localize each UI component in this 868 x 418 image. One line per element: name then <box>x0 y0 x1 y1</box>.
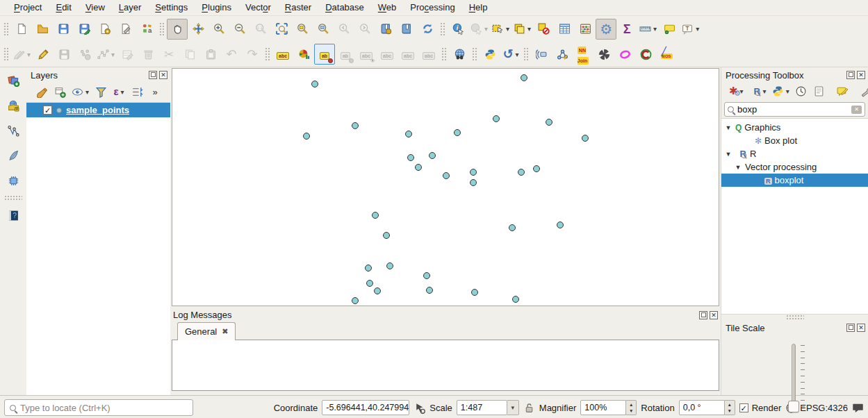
pan-map-button[interactable] <box>167 19 188 40</box>
magnifier-spin-buttons[interactable]: ▲▼ <box>626 400 637 415</box>
new-geopackage-layer-button[interactable] <box>3 145 24 166</box>
dropdown-arrow-icon[interactable]: ▾ <box>516 51 519 58</box>
dropdown-arrow-icon[interactable]: ▾ <box>85 88 89 96</box>
render-checkbox-box[interactable]: ✓ <box>739 403 748 412</box>
statistical-summary-button[interactable] <box>575 19 596 40</box>
menu-layer[interactable]: Layer <box>112 0 149 16</box>
open-layer-styling-button[interactable] <box>33 83 50 100</box>
tile-scale-slider-track[interactable] <box>792 344 796 408</box>
menu-settings[interactable]: Settings <box>148 0 195 16</box>
tree-item-boxplot[interactable]: Rboxplot <box>721 174 868 187</box>
zoom-full-button[interactable] <box>271 19 292 40</box>
text-annotation-button[interactable]: T▾ <box>680 19 701 40</box>
pin-labels-button[interactable]: ab <box>314 44 335 65</box>
log-messages-button[interactable] <box>852 402 864 414</box>
layer-diagram-options-button[interactable] <box>293 44 314 65</box>
filter-legend-button[interactable] <box>92 83 109 100</box>
menu-help[interactable]: Help <box>462 0 495 16</box>
zoom-out-button[interactable] <box>229 19 250 40</box>
processing-panel-close-button[interactable]: ✕ <box>857 71 865 79</box>
tree-item-vector-processing[interactable]: ▼Vector processing <box>721 160 868 174</box>
menu-web[interactable]: Web <box>371 0 404 16</box>
style-manager-button[interactable]: a <box>136 19 157 40</box>
models-button[interactable]: ✱⚙▾ <box>727 83 746 99</box>
new-bookmark-button[interactable] <box>375 19 396 40</box>
manage-map-themes-button[interactable]: ▾ <box>69 83 91 100</box>
python-console-button[interactable] <box>480 44 500 65</box>
deselect-features-button[interactable] <box>533 19 554 40</box>
filter-by-expression-button[interactable]: ε▾ <box>110 83 127 100</box>
tree-expander-icon[interactable]: ▼ <box>734 164 742 171</box>
toolbar-overflow-button[interactable]: » <box>147 83 163 100</box>
dropdown-arrow-icon[interactable]: ▾ <box>696 25 699 33</box>
log-tab-general[interactable]: General ✖ <box>177 322 236 340</box>
osm-place-search-button[interactable] <box>449 44 470 65</box>
toolbar-handle[interactable] <box>439 22 445 37</box>
layers-panel-close-button[interactable]: ✕ <box>159 71 167 79</box>
new-project-button[interactable] <box>11 19 32 40</box>
menu-vector[interactable]: Vector <box>238 0 278 16</box>
toolbar-handle[interactable] <box>158 22 164 37</box>
layout-manager-button[interactable] <box>115 19 136 40</box>
dropdown-arrow-icon[interactable]: ▾ <box>484 25 488 33</box>
toolbar-handle[interactable] <box>3 47 8 62</box>
rotation-spinbox[interactable]: 0,0 ° ▲▼ <box>679 400 735 415</box>
toolbar-handle[interactable] <box>4 195 22 201</box>
new-shapefile-layer-button[interactable] <box>3 120 24 141</box>
new-spatialite-layer-button[interactable]: ✱ <box>3 95 24 116</box>
processing-history-button[interactable]: ↺▾ <box>500 44 521 65</box>
identify-features-button[interactable]: i <box>448 19 468 40</box>
visibility-analysis-plugin-button[interactable] <box>593 44 614 65</box>
history-button[interactable] <box>793 83 810 99</box>
rotation-spin-buttons[interactable]: ▲▼ <box>725 400 735 415</box>
scale-combobox[interactable]: 1:487 ▾ <box>457 400 519 415</box>
tree-item-r[interactable]: ▼RR <box>721 147 868 160</box>
tile-scale-slider-handle[interactable] <box>788 401 799 412</box>
scale-dropdown-arrow[interactable]: ▾ <box>507 400 519 415</box>
map-tips-button[interactable] <box>659 19 680 40</box>
layer-labeling-options-button[interactable]: abc <box>272 44 293 65</box>
tree-item-graphics[interactable]: ▼QGraphics <box>721 121 868 134</box>
tree-expander-icon[interactable]: ▼ <box>724 151 732 158</box>
dropdown-arrow-icon[interactable]: ▾ <box>121 88 124 96</box>
results-viewer-button[interactable] <box>811 83 828 99</box>
concave-hull-plugin-button[interactable] <box>635 44 656 65</box>
dropdown-arrow-icon[interactable]: ▾ <box>763 87 767 95</box>
layer-name-label[interactable]: sample_points <box>66 105 129 115</box>
dropdown-arrow-icon[interactable]: ▾ <box>653 25 657 33</box>
menu-database[interactable]: Database <box>318 0 371 16</box>
coordinate-extents-toggle-icon[interactable] <box>413 402 425 414</box>
menu-raster[interactable]: Raster <box>278 0 318 16</box>
measure-button[interactable]: ▾ <box>637 19 659 40</box>
help-button[interactable]: ? <box>3 205 24 226</box>
processing-search-input[interactable]: boxp ✕ <box>724 102 865 117</box>
processing-panel-float-button[interactable] <box>846 71 855 79</box>
log-tab-close-icon[interactable]: ✖ <box>222 327 228 336</box>
processing-toolbox-toggle-button[interactable]: ⚙ <box>596 19 616 40</box>
pan-to-selection-button[interactable] <box>188 19 208 40</box>
coordinate-input[interactable]: -5.696441,40.247994 <box>322 400 409 415</box>
dropdown-arrow-icon[interactable]: ▾ <box>111 51 115 58</box>
toolbar-handle[interactable] <box>441 47 446 62</box>
options-button[interactable] <box>858 83 868 99</box>
r-scripts-button[interactable]: R▾ <box>747 83 769 99</box>
toggle-editing-button[interactable] <box>33 44 54 65</box>
gps-tools-button[interactable] <box>531 44 552 65</box>
clear-search-icon[interactable]: ✕ <box>851 106 862 114</box>
python-scripts-button[interactable]: ▾ <box>770 83 792 99</box>
dropdown-arrow-icon[interactable]: ▾ <box>786 87 789 95</box>
map-canvas[interactable] <box>172 68 719 306</box>
select-features-button[interactable]: ▾ <box>490 19 511 40</box>
log-panel-float-button[interactable] <box>699 311 707 319</box>
topology-checker-button[interactable] <box>552 44 573 65</box>
new-print-layout-button[interactable] <box>95 19 115 40</box>
toolbar-handle[interactable] <box>264 47 270 62</box>
dropdown-arrow-icon[interactable]: ▾ <box>506 25 509 33</box>
menu-processing[interactable]: Processing <box>403 0 461 16</box>
tile-scale-close-button[interactable]: ✕ <box>857 324 865 332</box>
menu-view[interactable]: View <box>79 0 112 16</box>
layer-row-sample_points[interactable]: ✓sample_points <box>26 103 170 117</box>
data-source-manager-button[interactable] <box>3 70 24 91</box>
new-virtual-layer-button[interactable] <box>3 170 24 191</box>
ellipse-plugin-button[interactable] <box>614 44 635 65</box>
